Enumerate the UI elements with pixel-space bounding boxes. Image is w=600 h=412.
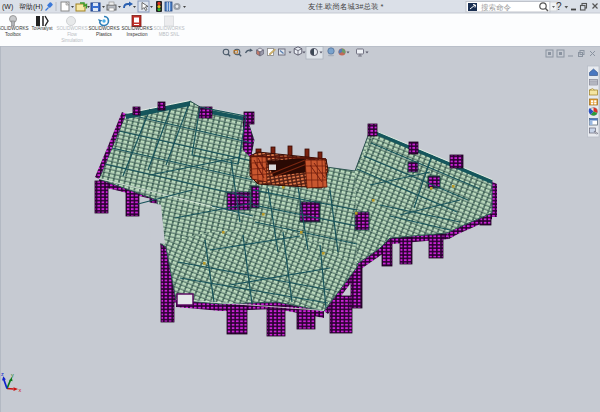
svg-text:(W): (W) [2,3,13,11]
svg-text:?: ? [556,1,562,12]
svg-text:友佳.欧尚名城3#总装 *: 友佳.欧尚名城3#总装 * [308,2,384,11]
svg-text:SOLIDWORKS: SOLIDWORKS [153,26,184,31]
svg-text:x: x [19,387,22,393]
svg-text:Inspection: Inspection [127,32,148,37]
svg-text:z: z [1,371,4,377]
svg-text:y: y [11,372,14,378]
svg-text:SOLIDWORKS: SOLIDWORKS [0,26,29,31]
svg-text:Toolbox: Toolbox [5,32,22,37]
svg-text:SOLIDWORKS: SOLIDWORKS [88,26,119,31]
svg-text:帮助(H): 帮助(H) [19,3,43,11]
svg-text:SOLIDWORKS: SOLIDWORKS [56,26,87,31]
svg-text:Flow: Flow [67,32,77,37]
svg-text:SOLIDWORKS: SOLIDWORKS [121,26,152,31]
svg-text:Plastics: Plastics [96,32,113,37]
svg-text:MBD SNL: MBD SNL [159,32,180,37]
svg-text:Simulation: Simulation [61,38,83,43]
svg-text:TolAnalyst: TolAnalyst [32,26,54,31]
svg-text:搜索命令: 搜索命令 [481,3,512,12]
